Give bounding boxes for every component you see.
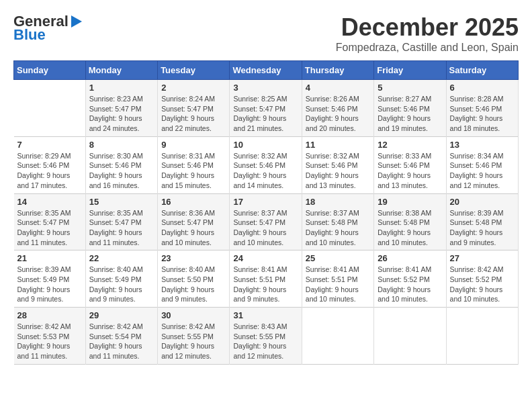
- day-info: Sunrise: 8:23 AM Sunset: 5:47 PM Dayligh…: [89, 94, 154, 134]
- calendar-week-row: 21Sunrise: 8:39 AM Sunset: 5:49 PM Dayli…: [14, 250, 519, 308]
- calendar-cell: 11Sunrise: 8:32 AM Sunset: 5:46 PM Dayli…: [302, 136, 373, 193]
- day-info: Sunrise: 8:35 AM Sunset: 5:47 PM Dayligh…: [17, 208, 82, 248]
- calendar-cell: 2Sunrise: 8:24 AM Sunset: 5:47 PM Daylig…: [158, 80, 230, 137]
- calendar-week-row: 28Sunrise: 8:42 AM Sunset: 5:53 PM Dayli…: [14, 308, 519, 365]
- calendar-cell: 6Sunrise: 8:28 AM Sunset: 5:46 PM Daylig…: [446, 80, 518, 137]
- day-info: Sunrise: 8:39 AM Sunset: 5:49 PM Dayligh…: [17, 265, 82, 304]
- day-number: 16: [161, 197, 226, 207]
- day-info: Sunrise: 8:26 AM Sunset: 5:46 PM Dayligh…: [306, 94, 370, 134]
- header-row: Sunday Monday Tuesday Wednesday Thursday…: [14, 61, 519, 80]
- day-info: Sunrise: 8:40 AM Sunset: 5:49 PM Dayligh…: [89, 265, 154, 304]
- day-number: 8: [89, 140, 154, 150]
- header-wednesday: Wednesday: [230, 61, 302, 80]
- calendar-cell: 10Sunrise: 8:32 AM Sunset: 5:46 PM Dayli…: [230, 136, 302, 193]
- calendar-header: Sunday Monday Tuesday Wednesday Thursday…: [14, 61, 519, 80]
- calendar-cell: [446, 308, 518, 365]
- day-number: 31: [233, 310, 298, 320]
- calendar-cell: 13Sunrise: 8:34 AM Sunset: 5:46 PM Dayli…: [446, 136, 518, 193]
- title-area: December 2025 Fompedraza, Castille and L…: [336, 13, 519, 54]
- calendar-cell: 12Sunrise: 8:33 AM Sunset: 5:46 PM Dayli…: [374, 136, 446, 193]
- day-info: Sunrise: 8:36 AM Sunset: 5:47 PM Dayligh…: [161, 208, 226, 248]
- header-tuesday: Tuesday: [158, 61, 230, 80]
- day-number: 20: [450, 197, 515, 207]
- calendar-cell: [374, 308, 446, 365]
- header-friday: Friday: [374, 61, 446, 80]
- day-info: Sunrise: 8:30 AM Sunset: 5:46 PM Dayligh…: [89, 151, 154, 191]
- day-info: Sunrise: 8:39 AM Sunset: 5:48 PM Dayligh…: [450, 208, 515, 248]
- day-info: Sunrise: 8:42 AM Sunset: 5:55 PM Dayligh…: [161, 322, 226, 361]
- day-info: Sunrise: 8:37 AM Sunset: 5:48 PM Dayligh…: [306, 208, 370, 248]
- day-number: 23: [161, 253, 226, 263]
- logo: General Blue: [13, 13, 82, 43]
- calendar-cell: 26Sunrise: 8:41 AM Sunset: 5:52 PM Dayli…: [374, 250, 446, 308]
- day-info: Sunrise: 8:31 AM Sunset: 5:46 PM Dayligh…: [161, 151, 226, 191]
- day-info: Sunrise: 8:42 AM Sunset: 5:54 PM Dayligh…: [89, 322, 154, 361]
- calendar-week-row: 7Sunrise: 8:29 AM Sunset: 5:46 PM Daylig…: [14, 136, 519, 193]
- day-number: 5: [378, 83, 442, 93]
- day-info: Sunrise: 8:38 AM Sunset: 5:48 PM Dayligh…: [378, 208, 442, 248]
- calendar-cell: 21Sunrise: 8:39 AM Sunset: 5:49 PM Dayli…: [14, 250, 86, 308]
- day-number: 1: [89, 83, 154, 93]
- header-monday: Monday: [85, 61, 157, 80]
- day-number: 24: [233, 253, 298, 263]
- day-number: 7: [17, 140, 82, 150]
- day-number: 27: [450, 253, 515, 263]
- day-info: Sunrise: 8:25 AM Sunset: 5:47 PM Dayligh…: [233, 94, 298, 134]
- day-number: 13: [450, 140, 515, 150]
- calendar-week-row: 1Sunrise: 8:23 AM Sunset: 5:47 PM Daylig…: [14, 80, 519, 137]
- calendar-cell: 25Sunrise: 8:41 AM Sunset: 5:51 PM Dayli…: [302, 250, 373, 308]
- calendar-body: 1Sunrise: 8:23 AM Sunset: 5:47 PM Daylig…: [14, 80, 519, 365]
- day-number: 9: [161, 140, 226, 150]
- day-info: Sunrise: 8:35 AM Sunset: 5:47 PM Dayligh…: [89, 208, 154, 248]
- calendar-cell: 18Sunrise: 8:37 AM Sunset: 5:48 PM Dayli…: [302, 193, 373, 250]
- day-info: Sunrise: 8:41 AM Sunset: 5:51 PM Dayligh…: [306, 265, 370, 304]
- calendar-cell: 16Sunrise: 8:36 AM Sunset: 5:47 PM Dayli…: [158, 193, 230, 250]
- day-info: Sunrise: 8:37 AM Sunset: 5:47 PM Dayligh…: [233, 208, 298, 248]
- calendar-cell: 22Sunrise: 8:40 AM Sunset: 5:49 PM Dayli…: [85, 250, 157, 308]
- logo-arrow-icon: [71, 15, 82, 28]
- day-number: 3: [233, 83, 298, 93]
- calendar-cell: 24Sunrise: 8:41 AM Sunset: 5:51 PM Dayli…: [230, 250, 302, 308]
- day-info: Sunrise: 8:33 AM Sunset: 5:46 PM Dayligh…: [378, 151, 442, 191]
- day-info: Sunrise: 8:41 AM Sunset: 5:52 PM Dayligh…: [378, 265, 442, 304]
- day-info: Sunrise: 8:41 AM Sunset: 5:51 PM Dayligh…: [233, 265, 298, 304]
- day-info: Sunrise: 8:32 AM Sunset: 5:46 PM Dayligh…: [233, 151, 298, 191]
- calendar-cell: 8Sunrise: 8:30 AM Sunset: 5:46 PM Daylig…: [85, 136, 157, 193]
- header-sunday: Sunday: [14, 61, 86, 80]
- calendar-cell: 30Sunrise: 8:42 AM Sunset: 5:55 PM Dayli…: [158, 308, 230, 365]
- calendar-cell: 3Sunrise: 8:25 AM Sunset: 5:47 PM Daylig…: [230, 80, 302, 137]
- calendar-cell: 23Sunrise: 8:40 AM Sunset: 5:50 PM Dayli…: [158, 250, 230, 308]
- calendar-cell: 19Sunrise: 8:38 AM Sunset: 5:48 PM Dayli…: [374, 193, 446, 250]
- calendar-cell: [302, 308, 373, 365]
- month-title: December 2025: [336, 13, 519, 42]
- day-number: 10: [233, 140, 298, 150]
- day-number: 26: [378, 253, 442, 263]
- day-info: Sunrise: 8:34 AM Sunset: 5:46 PM Dayligh…: [450, 151, 515, 191]
- day-number: 6: [450, 83, 515, 93]
- day-number: 30: [161, 310, 226, 320]
- day-number: 12: [378, 140, 442, 150]
- day-number: 15: [89, 197, 154, 207]
- day-number: 17: [233, 197, 298, 207]
- header-thursday: Thursday: [302, 61, 373, 80]
- day-number: 22: [89, 253, 154, 263]
- calendar-table: Sunday Monday Tuesday Wednesday Thursday…: [13, 60, 519, 365]
- day-number: 4: [306, 83, 370, 93]
- day-number: 25: [306, 253, 370, 263]
- location-title: Fompedraza, Castille and Leon, Spain: [336, 42, 519, 54]
- day-info: Sunrise: 8:42 AM Sunset: 5:53 PM Dayligh…: [17, 322, 82, 361]
- calendar-cell: 5Sunrise: 8:27 AM Sunset: 5:46 PM Daylig…: [374, 80, 446, 137]
- calendar-cell: 4Sunrise: 8:26 AM Sunset: 5:46 PM Daylig…: [302, 80, 373, 137]
- day-number: 14: [17, 197, 82, 207]
- calendar-cell: 29Sunrise: 8:42 AM Sunset: 5:54 PM Dayli…: [85, 308, 157, 365]
- calendar-cell: 7Sunrise: 8:29 AM Sunset: 5:46 PM Daylig…: [14, 136, 86, 193]
- calendar-cell: 1Sunrise: 8:23 AM Sunset: 5:47 PM Daylig…: [85, 80, 157, 137]
- calendar-cell: 9Sunrise: 8:31 AM Sunset: 5:46 PM Daylig…: [158, 136, 230, 193]
- day-info: Sunrise: 8:27 AM Sunset: 5:46 PM Dayligh…: [378, 94, 442, 134]
- day-info: Sunrise: 8:29 AM Sunset: 5:46 PM Dayligh…: [17, 151, 82, 191]
- day-number: 2: [161, 83, 226, 93]
- day-number: 21: [17, 253, 82, 263]
- day-number: 11: [306, 140, 370, 150]
- calendar-cell: 15Sunrise: 8:35 AM Sunset: 5:47 PM Dayli…: [85, 193, 157, 250]
- calendar-cell: 17Sunrise: 8:37 AM Sunset: 5:47 PM Dayli…: [230, 193, 302, 250]
